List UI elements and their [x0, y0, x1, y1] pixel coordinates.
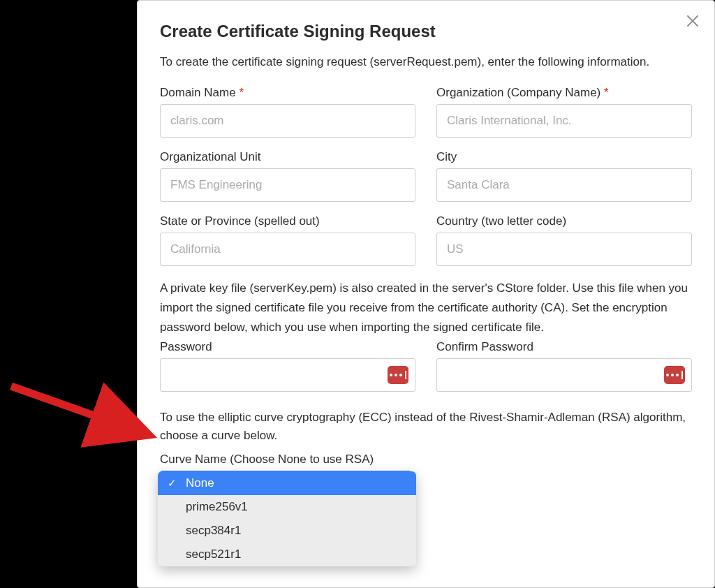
org-unit-field[interactable]	[160, 168, 415, 202]
curve-option-secp521r1[interactable]: secp521r1	[158, 543, 416, 566]
dialog-title: Create Certificate Signing Request	[160, 22, 692, 41]
organization-field[interactable]	[436, 104, 692, 138]
curve-name-select[interactable]: ✓ None prime256v1 secp384r1 secp521r1	[160, 471, 411, 500]
ecc-info-text: To use the elliptic curve cryptography (…	[160, 409, 692, 446]
annotation-arrow-icon	[4, 369, 158, 453]
svg-line-3	[11, 386, 135, 430]
domain-name-label-text: Domain Name	[160, 86, 239, 99]
org-unit-label: Organizational Unit	[160, 150, 415, 164]
curve-dropdown: ✓ None prime256v1 secp384r1 secp521r1	[158, 471, 416, 566]
password-label: Password	[160, 340, 415, 354]
password-field[interactable]	[160, 358, 415, 392]
country-field[interactable]	[436, 233, 692, 266]
private-key-info: A private key file (serverKey.pem) is al…	[160, 279, 692, 337]
intro-text: To create the certificate signing reques…	[160, 54, 692, 71]
confirm-password-label: Confirm Password	[436, 340, 692, 354]
state-field[interactable]	[160, 233, 415, 266]
curve-option-none[interactable]: ✓ None	[158, 471, 416, 495]
domain-name-label: Domain Name *	[160, 86, 415, 100]
confirm-password-field[interactable]	[436, 358, 692, 392]
check-icon: ✓	[168, 477, 177, 490]
organization-label-text: Organization (Company Name)	[436, 86, 604, 99]
row-ou-city: Organizational Unit City	[160, 150, 692, 202]
organization-label: Organization (Company Name) *	[436, 86, 692, 100]
csr-dialog: Create Certificate Signing Request To cr…	[137, 0, 715, 588]
row-password: Password Confirm Password	[160, 340, 692, 392]
curve-option-secp384r1[interactable]: secp384r1	[158, 519, 416, 543]
country-label: Country (two letter code)	[436, 214, 692, 228]
city-field[interactable]	[436, 168, 692, 202]
curve-option-label: None	[186, 476, 214, 490]
curve-option-label: prime256v1	[186, 500, 248, 513]
domain-name-field[interactable]	[160, 104, 415, 138]
required-mark: *	[604, 86, 609, 99]
curve-option-prime256v1[interactable]: prime256v1	[158, 495, 416, 519]
password-manager-icon[interactable]	[388, 366, 408, 384]
row-state-country: State or Province (spelled out) Country …	[160, 214, 692, 266]
row-domain-org: Domain Name * Organization (Company Name…	[160, 86, 692, 138]
curve-option-label: secp521r1	[186, 547, 241, 561]
curve-option-label: secp384r1	[186, 524, 241, 537]
state-label: State or Province (spelled out)	[160, 214, 415, 228]
required-mark: *	[239, 86, 244, 99]
curve-name-label: Curve Name (Choose None to use RSA)	[160, 453, 692, 466]
city-label: City	[436, 150, 692, 164]
close-icon[interactable]	[684, 12, 702, 30]
password-manager-icon[interactable]	[664, 366, 685, 384]
